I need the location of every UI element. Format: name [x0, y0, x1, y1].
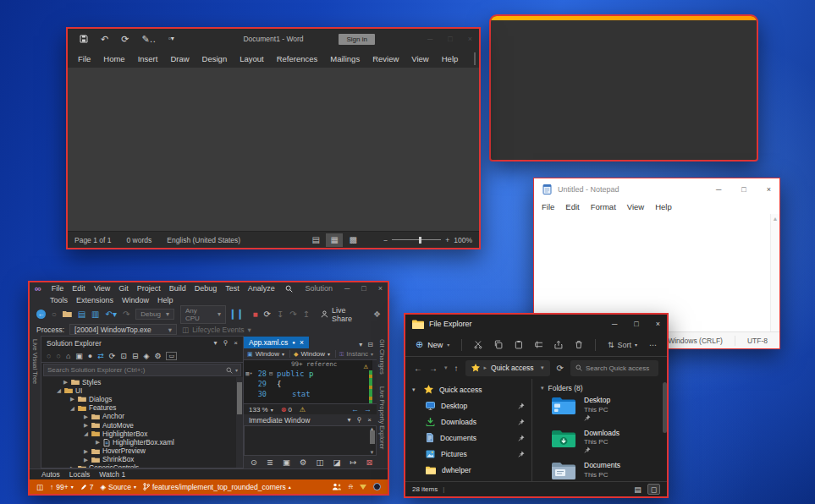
chevron-down-icon[interactable]: ▾: [541, 385, 544, 392]
tree-item[interactable]: ◢ UI: [41, 386, 243, 395]
tab-view[interactable]: View: [411, 54, 428, 63]
panel-menu-icon[interactable]: ▾: [347, 416, 350, 424]
pause-debug-icon[interactable]: ▎▎: [232, 310, 246, 319]
step-out-icon[interactable]: ↥: [303, 310, 310, 319]
sidebar-item-pictures[interactable]: Pictures: [405, 446, 531, 462]
redo-icon[interactable]: ⟳: [121, 35, 129, 44]
restart-debug-icon[interactable]: ⟳: [264, 310, 271, 319]
page-indicator[interactable]: Page 1 of 1: [74, 236, 111, 244]
vs-menu-debug[interactable]: Debug: [195, 284, 218, 293]
tree-item[interactable]: ▶ HoverPreview: [41, 447, 243, 456]
properties-icon[interactable]: ⚙: [154, 352, 161, 360]
collapse-all-icon[interactable]: ⊟: [132, 352, 139, 360]
navigate-forward-icon[interactable]: →: [364, 405, 372, 414]
tree-item[interactable]: ▶ HighlighterBox.xaml: [41, 438, 243, 446]
tab-review[interactable]: Review: [372, 54, 399, 63]
vs-menu-file[interactable]: File: [52, 284, 64, 293]
push-count[interactable]: ↑ 99+ ▾: [50, 483, 74, 491]
menu-edit[interactable]: Edit: [565, 202, 579, 211]
back-icon[interactable]: ←: [414, 364, 422, 373]
word-document-area[interactable]: [68, 68, 479, 231]
editor-zoom-dropdown[interactable]: 133 %▾: [249, 406, 273, 414]
tree-item[interactable]: ▶ ShrinkBox: [41, 456, 243, 464]
error-count-indicator[interactable]: ⊗0: [281, 406, 292, 414]
refresh-icon[interactable]: ⟳: [557, 364, 564, 373]
zoom-out-button[interactable]: −: [383, 236, 388, 244]
chevron-down-icon[interactable]: ◢: [70, 405, 75, 412]
notepad-close-button[interactable]: ×: [767, 185, 771, 194]
type-dropdown[interactable]: ◆ Window ▾: [294, 350, 336, 358]
delete-icon[interactable]: [575, 340, 583, 349]
stop-debug-icon[interactable]: ■: [252, 310, 257, 319]
chevron-right-icon[interactable]: ▶: [96, 439, 101, 446]
large-icons-view-icon[interactable]: ◻: [647, 484, 660, 495]
see-more-button[interactable]: ⋯: [649, 341, 657, 349]
word-minimize-button[interactable]: ─: [427, 35, 432, 43]
vs-close-button[interactable]: ×: [378, 284, 383, 293]
tab-mailings[interactable]: Mailings: [330, 54, 360, 63]
save-icon[interactable]: ▤: [78, 310, 85, 319]
pending-edits[interactable]: 7: [80, 483, 94, 491]
open-folder-icon[interactable]: [63, 310, 72, 318]
vs-menu-help[interactable]: Help: [157, 296, 173, 304]
step-over-icon[interactable]: ↷: [289, 310, 296, 319]
clear-all-icon[interactable]: ⊠: [366, 457, 372, 467]
zoom-percentage[interactable]: 100%: [454, 236, 472, 244]
git-changes-tab[interactable]: Git Changes: [378, 339, 386, 375]
warning-count-indicator[interactable]: ⚠: [300, 406, 306, 414]
forward-icon[interactable]: →: [429, 364, 438, 373]
tile-documents[interactable]: Documents This PC: [541, 461, 664, 481]
panel-close-icon[interactable]: ×: [234, 339, 238, 347]
notepad-minimize-button[interactable]: ─: [716, 185, 721, 194]
ribbon-display-options-box[interactable]: [474, 52, 476, 65]
chevron-right-icon[interactable]: ▶: [70, 396, 75, 403]
search-icon[interactable]: [285, 285, 293, 293]
avatar[interactable]: [373, 483, 381, 490]
word-maximize-button[interactable]: □: [448, 35, 452, 43]
pending-changes-filter-icon[interactable]: ●: [88, 352, 92, 360]
vs-maximize-button[interactable]: □: [361, 284, 366, 293]
live-visual-tree-tab[interactable]: Live Visual Tree: [31, 339, 39, 384]
vs-menu-project[interactable]: Project: [137, 284, 161, 293]
tab-watch1[interactable]: Watch 1: [99, 470, 125, 479]
word-close-button[interactable]: ×: [468, 35, 472, 43]
toolbar-options-icon[interactable]: ❖: [373, 310, 381, 319]
ink-tool-icon[interactable]: ✎‥: [141, 35, 156, 44]
live-share-users-icon[interactable]: [332, 483, 342, 490]
pin-icon[interactable]: ⚲: [356, 416, 361, 424]
save-icon[interactable]: [80, 35, 88, 43]
tab-locals[interactable]: Locals: [69, 470, 91, 479]
tree-item[interactable]: ▶ Styles: [41, 378, 243, 386]
warning-icon[interactable]: ⚠: [364, 362, 368, 370]
menu-help[interactable]: Help: [655, 202, 672, 211]
sidebar-item-quick-access[interactable]: ▾ Quick access: [405, 381, 531, 397]
chevron-right-icon[interactable]: ▶: [84, 422, 89, 429]
folders-group-header[interactable]: ▾ Folders (8): [541, 384, 664, 392]
read-mode-button[interactable]: ▤: [307, 233, 324, 247]
codelens-references[interactable]: 99+ referenc: [244, 360, 377, 369]
chevron-right-icon[interactable]: ▶: [63, 379, 69, 386]
rename-icon[interactable]: [535, 340, 543, 349]
immediate-window-body[interactable]: ▲ ▼: [244, 425, 377, 456]
vs-menu-tools[interactable]: Tools: [50, 296, 68, 304]
tile-desktop[interactable]: Desktop This PC: [541, 396, 664, 421]
tab-design[interactable]: Design: [202, 54, 228, 63]
vs-menu-window[interactable]: Window: [122, 296, 149, 304]
project-dropdown[interactable]: ▣ Window ▾: [247, 350, 290, 358]
menu-format[interactable]: Format: [591, 202, 616, 211]
sort-button[interactable]: ⇅ Sort ▾: [608, 341, 637, 349]
cut-icon[interactable]: [474, 340, 482, 349]
vs-menu-test[interactable]: Test: [225, 284, 240, 293]
tab-layout[interactable]: Layout: [240, 54, 264, 63]
code-editor[interactable]: 99+ referenc ▩• 28 ⊟ public p 29 { 30: [244, 360, 377, 403]
filter-icon[interactable]: [360, 485, 366, 490]
paste-icon[interactable]: [515, 340, 523, 349]
menu-view[interactable]: View: [627, 202, 644, 211]
sidebar-item-dwhelper[interactable]: dwhelper: [405, 462, 531, 478]
content-scrollbar[interactable]: [663, 382, 667, 433]
navigate-back-icon[interactable]: ←: [36, 310, 46, 319]
chevron-right-icon[interactable]: ▶: [84, 448, 89, 455]
vs-minimize-button[interactable]: ─: [344, 284, 350, 293]
fe-maximize-button[interactable]: □: [634, 320, 638, 328]
forward-icon[interactable]: ○: [56, 352, 60, 360]
